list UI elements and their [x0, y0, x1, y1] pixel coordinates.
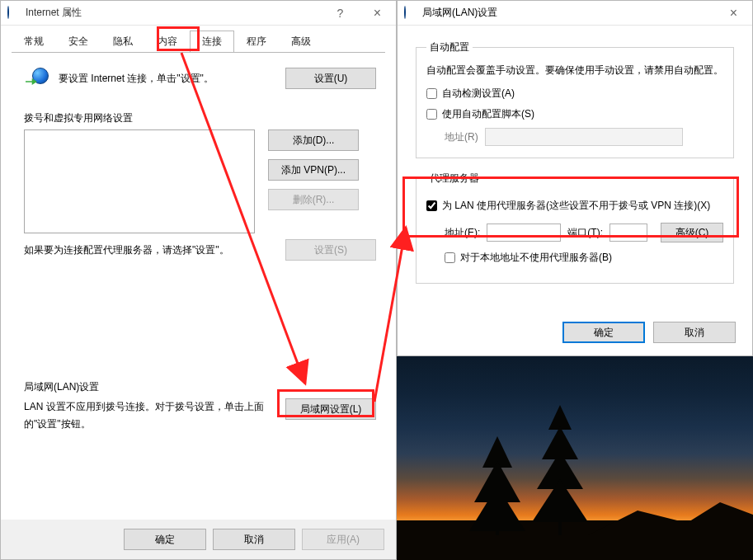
close-button[interactable]: × — [359, 1, 396, 25]
lan-settings-dialog: 局域网(LAN)设置 × 自动配置 自动配置会覆盖手动设置。要确保使用手动设置，… — [397, 0, 753, 356]
use-script-label: 使用自动配置脚本(S) — [442, 107, 534, 121]
use-proxy-row[interactable]: 为 LAN 使用代理服务器(这些设置不用于拨号或 VPN 连接)(X) — [426, 199, 723, 213]
proxy-legend: 代理服务器 — [426, 172, 482, 186]
auto-detect-label: 自动检测设置(A) — [442, 87, 515, 101]
help-button[interactable]: ? — [322, 1, 359, 25]
ok-button[interactable]: 确定 — [124, 529, 206, 550]
proxy-port-label: 端口(T): — [567, 226, 603, 240]
left-titlebar: Internet 属性 ? × — [1, 1, 396, 26]
dial-connections-listbox[interactable] — [24, 129, 255, 233]
auto-detect-row[interactable]: 自动检测设置(A) — [426, 87, 723, 101]
proxy-port-input[interactable] — [609, 224, 647, 242]
lan-settings-button[interactable]: 局域网设置(L) — [285, 398, 376, 420]
globe-icon — [7, 7, 21, 20]
right-ok-button[interactable]: 确定 — [562, 322, 645, 343]
left-footer: 确定 取消 应用(A) — [1, 520, 396, 559]
dial-hint: 如果要为连接配置代理服务器，请选择"设置"。 — [24, 243, 255, 257]
use-script-row[interactable]: 使用自动配置脚本(S) — [426, 107, 723, 121]
setup-connection-icon — [24, 66, 49, 91]
proxy-addr-input[interactable] — [487, 224, 561, 242]
bypass-local-row[interactable]: 对于本地地址不使用代理服务器(B) — [445, 251, 723, 265]
autoconfig-legend: 自动配置 — [426, 40, 473, 54]
use-proxy-checkbox[interactable] — [426, 200, 437, 211]
right-close-button[interactable]: × — [715, 1, 752, 25]
tab-security[interactable]: 安全 — [56, 31, 101, 53]
dial-settings-button: 设置(S) — [285, 239, 376, 261]
bypass-local-label: 对于本地地址不使用代理服务器(B) — [460, 251, 612, 265]
proxy-advanced-button[interactable]: 高级(C) — [661, 223, 723, 242]
proxy-addr-label: 地址(E): — [445, 226, 480, 240]
internet-properties-dialog: Internet 属性 ? × 常规 安全 隐私 内容 连接 程序 高级 要设置… — [0, 0, 397, 560]
right-titlebar: 局域网(LAN)设置 × — [398, 1, 752, 26]
script-addr-input — [485, 128, 683, 146]
autoconfig-fieldset: 自动配置 自动配置会覆盖手动设置。要确保使用手动设置，请禁用自动配置。 自动检测… — [416, 40, 734, 158]
right-footer: 确定 取消 — [398, 309, 752, 355]
apply-button: 应用(A) — [302, 529, 384, 550]
left-dialog-title: Internet 属性 — [26, 6, 322, 20]
tab-content[interactable]: 内容 — [145, 31, 190, 53]
tab-programs[interactable]: 程序 — [234, 31, 279, 53]
proxy-fieldset: 代理服务器 为 LAN 使用代理服务器(这些设置不用于拨号或 VPN 连接)(X… — [416, 172, 734, 284]
tab-privacy[interactable]: 隐私 — [101, 31, 145, 53]
tab-general[interactable]: 常规 — [12, 31, 56, 53]
use-proxy-label: 为 LAN 使用代理服务器(这些设置不用于拨号或 VPN 连接)(X) — [442, 199, 710, 213]
tab-connections[interactable]: 连接 — [190, 31, 234, 53]
tab-advanced[interactable]: 高级 — [279, 31, 323, 53]
add-dial-button[interactable]: 添加(D)... — [268, 129, 359, 151]
globe-icon — [404, 7, 417, 20]
remove-dial-button: 删除(R)... — [268, 189, 359, 210]
right-dialog-title: 局域网(LAN)设置 — [422, 6, 715, 20]
left-content: 要设置 Internet 连接，单击"设置"。 设置(U) 拨号和虚拟专用网络设… — [1, 53, 396, 520]
autoconfig-note: 自动配置会覆盖手动设置。要确保使用手动设置，请禁用自动配置。 — [426, 63, 723, 78]
add-vpn-button[interactable]: 添加 VPN(P)... — [268, 159, 359, 181]
right-body: 自动配置 自动配置会覆盖手动设置。要确保使用手动设置，请禁用自动配置。 自动检测… — [398, 26, 752, 309]
cancel-button[interactable]: 取消 — [213, 529, 295, 550]
auto-detect-checkbox[interactable] — [426, 88, 437, 99]
tabs-bar: 常规 安全 隐私 内容 连接 程序 高级 — [1, 26, 396, 53]
lan-section-label: 局域网(LAN)设置 — [24, 380, 376, 394]
use-script-checkbox[interactable] — [426, 109, 437, 120]
lan-hint: LAN 设置不应用到拨号连接。对于拨号设置，单击上面的"设置"按钮。 — [24, 398, 272, 432]
sunset-image — [397, 356, 753, 560]
bypass-local-checkbox[interactable] — [445, 252, 455, 263]
setup-button[interactable]: 设置(U) — [285, 68, 376, 89]
right-cancel-button[interactable]: 取消 — [653, 322, 736, 343]
dial-section-label: 拨号和虚拟专用网络设置 — [24, 111, 376, 125]
setup-text: 要设置 Internet 连接，单击"设置"。 — [59, 72, 275, 86]
script-addr-label: 地址(R) — [445, 130, 478, 144]
